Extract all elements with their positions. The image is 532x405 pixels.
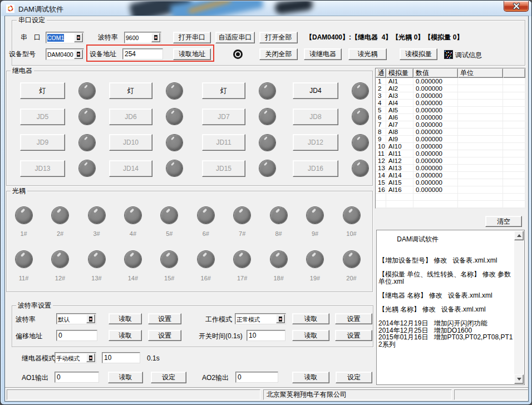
relay-time-input[interactable]: 10	[102, 352, 140, 363]
dropdown-glyph-icon	[154, 35, 157, 40]
analog-table-cell	[458, 78, 503, 85]
analog-col-header[interactable]: 数值	[413, 68, 458, 78]
model-dropdown-icon[interactable]	[74, 50, 83, 59]
analog-col-header[interactable]	[503, 68, 525, 78]
read-relay-button[interactable]: 读继电器	[304, 48, 342, 60]
offset-input[interactable]: 0	[56, 330, 97, 341]
relay-button-11[interactable]: JD11	[202, 134, 245, 151]
analog-table-row	[376, 194, 525, 201]
analog-table-row: 14AI140.000000	[376, 172, 525, 179]
relay-button-16[interactable]: JD16	[293, 160, 338, 177]
analog-table-cell: AI8	[386, 129, 413, 136]
debug-info-icon[interactable]	[444, 50, 453, 59]
analog-table-cell	[503, 85, 525, 92]
workmode-combobox[interactable]: 正常模式	[235, 313, 286, 324]
status-panel-right	[454, 389, 528, 400]
relay-button-6[interactable]: JD6	[109, 108, 152, 125]
baud-combobox[interactable]: 9600	[124, 32, 161, 43]
baudrate-set-button[interactable]: 设置	[148, 313, 181, 324]
ao1-read-button[interactable]: 读取	[108, 372, 143, 383]
baud-group-title: 波特率设置	[16, 302, 53, 309]
baud-dropdown-icon[interactable]	[151, 33, 160, 42]
relay-button-9[interactable]: JD9	[20, 134, 65, 151]
read-analog-button[interactable]: 读模拟量	[400, 48, 437, 60]
relay-button-7[interactable]: JD7	[202, 108, 245, 125]
analog-table-cell: 14	[376, 172, 386, 179]
port-dropdown-icon[interactable]	[74, 33, 83, 42]
relay-led-6	[166, 108, 183, 125]
analog-table-cell: 0.000000	[413, 186, 458, 194]
relay-mode-label: 继电器模式	[22, 354, 55, 362]
ao1-set-button[interactable]: 设定	[151, 372, 186, 383]
analog-table-cell: 0.000000	[413, 107, 458, 114]
port-label: 串 口	[21, 33, 41, 41]
relay-button-10[interactable]: JD10	[109, 134, 152, 151]
read-opto-button[interactable]: 读光耦	[348, 48, 387, 60]
opto-label-9: 9#	[304, 230, 326, 238]
relay-button-4[interactable]: JD4	[293, 82, 338, 99]
relay-button-3[interactable]: 灯	[202, 82, 245, 99]
analog-table-row: 3AI30.000000	[376, 92, 525, 100]
switchtime-input[interactable]: 10	[247, 330, 285, 341]
relay-button-13[interactable]: JD13	[20, 160, 65, 177]
analog-col-header[interactable]: 模拟量	[386, 68, 413, 78]
device-info-text: 【DAM0400】:【继电器 4】【光耦 0】【模拟量 0】	[306, 33, 463, 41]
baudrate-combobox[interactable]: 默认	[56, 313, 96, 324]
analog-table-cell	[503, 129, 525, 136]
ao2-input[interactable]: 0	[235, 372, 278, 383]
analog-table-cell	[503, 114, 525, 121]
relay-button-1[interactable]: 灯	[20, 82, 65, 99]
analog-table-cell	[413, 194, 458, 201]
close-button[interactable]	[504, 1, 529, 12]
workmode-dropdown-icon[interactable]	[276, 314, 285, 323]
switchtime-set-button[interactable]: 设置	[335, 330, 372, 341]
baudrate-read-button[interactable]: 读取	[109, 313, 142, 324]
ao1-input[interactable]: 0	[55, 372, 99, 383]
analog-table-cell	[503, 157, 525, 165]
open-all-button[interactable]: 打开全部	[259, 32, 298, 43]
analog-table-cell: AI12	[386, 157, 413, 165]
address-input[interactable]: 254	[122, 48, 163, 60]
analog-table-cell: AI15	[386, 179, 413, 186]
analog-table-cell	[458, 194, 503, 201]
relay-led-15	[259, 160, 275, 176]
clear-button[interactable]: 清空	[485, 216, 522, 227]
model-combobox[interactable]: DAM0400	[46, 48, 84, 60]
analog-col-header[interactable]: 单位	[458, 68, 503, 78]
offset-read-button[interactable]: 读取	[109, 330, 142, 341]
analog-table-cell: 15	[376, 179, 386, 186]
auto-serial-button[interactable]: 自适应串口	[215, 32, 255, 43]
relay-button-8[interactable]: JD8	[293, 108, 338, 125]
relay-button-14[interactable]: JD14	[109, 160, 152, 177]
close-all-button[interactable]: 关闭全部	[259, 48, 298, 60]
port-combobox[interactable]: COM1	[46, 32, 84, 43]
relay-mode-combobox[interactable]: 手动模式	[55, 352, 96, 363]
analog-table-cell	[503, 136, 525, 143]
ao2-set-button[interactable]: 设定	[336, 372, 372, 383]
opto-led-9	[307, 207, 323, 224]
relay-mode-dropdown-icon[interactable]	[86, 353, 95, 362]
opto-label-18: 18#	[268, 274, 290, 282]
scroll-up-button[interactable]	[514, 231, 524, 240]
relay-led-2	[166, 83, 183, 99]
switchtime-read-button[interactable]: 读取	[292, 330, 329, 341]
offset-set-button[interactable]: 设置	[148, 330, 181, 341]
workmode-set-button[interactable]: 设置	[335, 313, 372, 324]
baudrate-dropdown-icon[interactable]	[86, 314, 95, 323]
relay-button-15[interactable]: JD15	[202, 160, 245, 177]
read-address-button[interactable]: 读取地址	[173, 48, 211, 60]
relay-button-12[interactable]: JD12	[293, 134, 338, 151]
scroll-down-button[interactable]	[514, 374, 524, 384]
analog-table-cell: 4	[376, 100, 386, 107]
log-scrollbar[interactable]	[514, 231, 524, 384]
relay-button-2[interactable]: 灯	[109, 82, 152, 99]
relay-led-9	[79, 135, 95, 151]
ao2-read-button[interactable]: 读取	[292, 372, 329, 383]
analog-col-header[interactable]: 通	[376, 68, 386, 78]
workmode-read-button[interactable]: 读取	[292, 313, 329, 324]
relay-button-5[interactable]: JD5	[20, 108, 65, 125]
relay-led-7	[259, 108, 275, 125]
open-serial-button[interactable]: 打开串口	[173, 32, 211, 43]
analog-table-cell: 0.000000	[413, 157, 458, 165]
scroll-down-icon	[517, 378, 521, 381]
